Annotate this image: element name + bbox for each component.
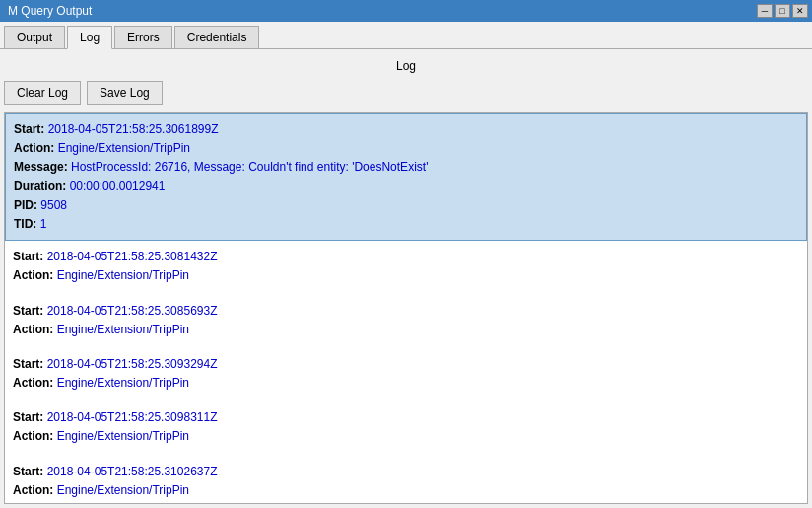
log-key: Start:	[13, 410, 47, 424]
log-value: 2018-04-05T21:58:25.3085693Z	[47, 304, 218, 318]
log-key: Start:	[13, 304, 47, 318]
log-key: Action:	[13, 268, 57, 282]
log-entry[interactable]: Start: 2018-04-05T21:58:25.3061899ZActio…	[5, 113, 807, 241]
minimize-button[interactable]: ─	[757, 4, 773, 18]
toolbar: Clear Log Save Log	[4, 81, 808, 105]
log-value: 9508	[40, 198, 67, 212]
log-value: Engine/Extension/TripPin	[57, 323, 189, 336]
tab-credentials[interactable]: Credentials	[174, 26, 260, 48]
save-log-button[interactable]: Save Log	[87, 81, 163, 105]
log-key: TID:	[14, 217, 40, 231]
log-value: 1	[40, 217, 47, 231]
log-key: Action:	[13, 323, 57, 336]
tab-errors[interactable]: Errors	[114, 26, 172, 48]
log-value: Engine/Extension/TripPin	[57, 429, 189, 443]
log-key: Message:	[14, 160, 71, 174]
clear-log-button[interactable]: Clear Log	[4, 81, 81, 105]
log-entry[interactable]: Start: 2018-04-05T21:58:25.3102637ZActio…	[5, 457, 807, 504]
log-key: Action:	[13, 483, 57, 497]
close-button[interactable]: ✕	[792, 4, 808, 18]
log-value: 2018-04-05T21:58:25.3061899Z	[48, 122, 219, 136]
log-value: 2018-04-05T21:58:25.3098311Z	[47, 410, 218, 424]
log-value: 2018-04-05T21:58:25.3093294Z	[47, 357, 218, 371]
log-section-title: Log	[4, 53, 808, 81]
log-entry[interactable]: Start: 2018-04-05T21:58:25.3093294ZActio…	[5, 349, 807, 399]
log-key: Start:	[13, 357, 47, 371]
log-key: PID:	[14, 198, 40, 212]
log-value: Engine/Extension/TripPin	[57, 268, 189, 282]
log-value: Engine/Extension/TripPin	[57, 376, 189, 390]
log-entry[interactable]: Start: 2018-04-05T21:58:25.3081432ZActio…	[5, 241, 807, 291]
log-key: Action:	[13, 376, 57, 390]
log-value: 00:00:00.0012941	[70, 180, 166, 193]
log-container[interactable]: Start: 2018-04-05T21:58:25.3061899ZActio…	[4, 112, 808, 504]
log-value: Engine/Extension/TripPin	[58, 141, 190, 155]
log-value: 2018-04-05T21:58:25.3081432Z	[47, 250, 218, 263]
window-controls: ─ □ ✕	[757, 4, 808, 18]
log-value: 2018-04-05T21:58:25.3102637Z	[47, 465, 218, 478]
tab-log[interactable]: Log	[67, 26, 112, 49]
log-entry[interactable]: Start: 2018-04-05T21:58:25.3098311ZActio…	[5, 402, 807, 452]
window-body: Output Log Errors Credentials Log Clear …	[0, 22, 812, 508]
log-key: Action:	[14, 141, 58, 155]
log-key: Start:	[13, 250, 47, 263]
content-area: Log Clear Log Save Log Start: 2018-04-05…	[0, 49, 812, 508]
log-key: Action:	[13, 429, 57, 443]
tab-output[interactable]: Output	[4, 26, 65, 48]
log-value: HostProcessId: 26716, Message: Couldn't …	[71, 160, 428, 174]
tab-bar: Output Log Errors Credentials	[0, 22, 812, 49]
log-entry[interactable]: Start: 2018-04-05T21:58:25.3085693ZActio…	[5, 296, 807, 345]
log-key: Start:	[13, 465, 47, 478]
log-key: Duration:	[14, 180, 70, 193]
log-key: Start:	[14, 122, 48, 136]
title-bar: M Query Output ─ □ ✕	[0, 0, 812, 22]
window-title: M Query Output	[4, 4, 92, 18]
maximize-button[interactable]: □	[775, 4, 790, 18]
log-value: Engine/Extension/TripPin	[57, 483, 189, 497]
